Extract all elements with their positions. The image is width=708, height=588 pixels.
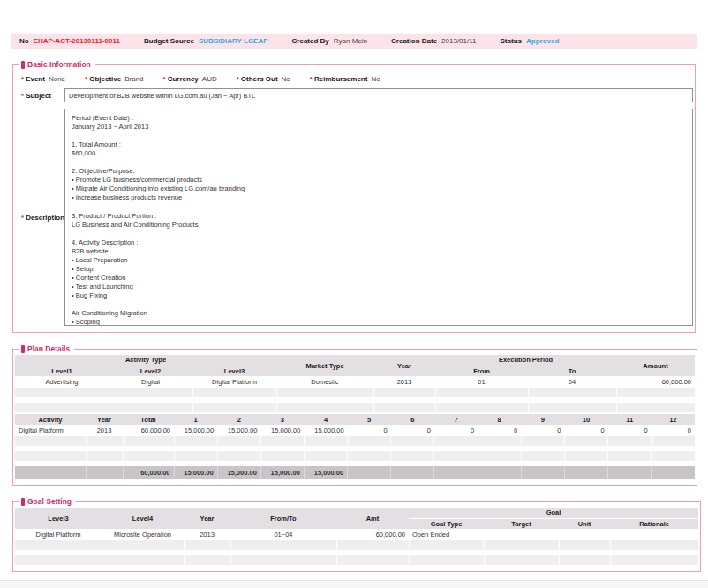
header-amt: Amt [336, 508, 409, 529]
budget-source-label: Budget Source [144, 37, 194, 45]
description-textarea[interactable]: Period (Event Date) : January 2013 ~ Apr… [64, 109, 693, 326]
status-group: Status Approved [501, 37, 560, 45]
total-amount: 60,000.00 [123, 466, 174, 479]
cell-goal-type: Open Ended [409, 529, 484, 540]
section-title: Goal Setting [27, 497, 72, 506]
required-marker: * [21, 92, 24, 100]
header-month-8: 8 [478, 414, 521, 425]
created-by-label: Created By [292, 37, 329, 45]
section-title: Basic Information [27, 60, 91, 69]
cell-activity: Digital Platform [15, 425, 86, 436]
header-month-3: 3 [260, 414, 304, 425]
cell-month-1: 15,000.00 [174, 425, 217, 436]
plan-type-table: Activity Type Market Type Year Execution… [15, 355, 695, 412]
total-month-10 [564, 466, 607, 479]
record-no-group: No EHAP-ACT-20130111-0011 [19, 37, 120, 45]
header-amount: Amount [616, 355, 695, 376]
subject-row: * Subject Development of B2B website wit… [13, 88, 693, 102]
empty-row [15, 540, 698, 550]
header-level3: Level3 [15, 508, 102, 529]
cell-to: 04 [528, 376, 616, 388]
header-from: From [435, 366, 528, 376]
empty-row [15, 436, 695, 446]
goal-row[interactable]: Digital Platform Microsite Operation 201… [15, 529, 698, 540]
plan-monthly-table: Activity Year Total 1 2 3 4 5 6 7 8 9 10… [15, 414, 695, 479]
header-activity-type: Activity Type [15, 355, 276, 366]
cell-year: 2013 [184, 529, 230, 540]
cell-unit [559, 529, 610, 540]
reimbursement-label: Reimbursement [314, 75, 367, 83]
reimbursement-value: No [371, 75, 380, 83]
budget-source-group: Budget Source SUBSIDIARY LGEAP [144, 37, 268, 45]
cell-month-8: 0 [478, 425, 521, 436]
others-out-label: Others Out [241, 75, 278, 83]
cell-month-10: 0 [564, 425, 607, 436]
total-month-4: 15,000.00 [304, 466, 347, 479]
bottom-divider [0, 580, 708, 588]
status-label: Status [501, 37, 522, 45]
header-month-10: 10 [564, 414, 607, 425]
empty-row [15, 388, 695, 397]
goal-setting-section: Goal Setting Level3 Level4 Year From/To … [12, 497, 701, 572]
header-to: To [528, 366, 616, 376]
currency-label: Currency [168, 75, 199, 83]
cell-from-to: 01~04 [230, 529, 336, 540]
cell-month-11: 0 [608, 425, 652, 436]
required-marker: * [237, 75, 239, 83]
header-target: Target [484, 518, 559, 529]
field-objective: * Objective Brand [85, 75, 144, 83]
header-month-9: 9 [521, 414, 564, 425]
totals-row: 60,000.00 15,000.00 15,000.00 15,000.00 … [15, 466, 695, 479]
created-by-group: Created By Ryan Mein [292, 37, 368, 45]
total-month-11 [608, 466, 652, 479]
header-level4: Level4 [102, 508, 184, 529]
goal-table: Level3 Level4 Year From/To Amt Goal Goal… [15, 508, 698, 565]
total-month-8 [478, 466, 521, 479]
header-goal-type: Goal Type [409, 518, 484, 529]
creation-date-value: 2013/01/11 [441, 37, 476, 45]
description-row: * Description Period (Event Date) : Janu… [13, 109, 693, 326]
budget-source-value: SUBSIDIARY LGEAP [199, 37, 268, 45]
created-by-value: Ryan Mein [334, 37, 367, 45]
event-label: Event [26, 75, 45, 83]
cell-amt: 60,000.00 [336, 529, 409, 540]
event-value: None [49, 75, 65, 83]
monthly-row[interactable]: Digital Platform 2013 60,000.00 15,000.0… [15, 425, 695, 436]
header-year: Year [86, 414, 123, 425]
cell-rationale [610, 529, 698, 540]
cell-level2: Digital [109, 376, 192, 388]
header-market-type: Market Type [276, 355, 373, 376]
basic-information-section: Basic Information * Event None * Objecti… [12, 60, 696, 333]
header-year: Year [373, 355, 435, 376]
cell-level3: Digital Platform [192, 376, 276, 388]
section-marker-icon [21, 345, 25, 353]
record-no-value: EHAP-ACT-20130111-0011 [34, 37, 120, 45]
header-month-7: 7 [434, 414, 478, 425]
cell-month-12: 0 [652, 425, 695, 436]
cell-month-5: 0 [348, 425, 391, 436]
field-event: * Event None [21, 75, 65, 83]
total-month-3: 15,000.00 [260, 466, 304, 479]
section-marker-icon [21, 498, 25, 506]
required-marker: * [163, 75, 166, 83]
record-summary-bar: No EHAP-ACT-20130111-0011 Budget Source … [11, 34, 697, 49]
header-from-to: From/To [230, 508, 336, 529]
description-label-wrap: * Description [13, 109, 64, 326]
field-others-out: * Others Out No [237, 75, 290, 83]
plan-type-row[interactable]: Advertising Digital Digital Platform Dom… [15, 376, 695, 388]
cell-market-type: Domestic [276, 376, 373, 388]
header-month-11: 11 [608, 414, 652, 425]
basic-fields-row: * Event None * Objective Brand * Currenc… [13, 69, 695, 88]
total-month-2: 15,000.00 [217, 466, 260, 479]
objective-label: Objective [89, 75, 121, 83]
currency-value: AUD [202, 75, 217, 83]
cell-month-2: 15,000.00 [217, 425, 260, 436]
subject-input[interactable]: Development of B2B website within LG.com… [64, 88, 693, 102]
total-month-9 [521, 466, 564, 479]
cell-year: 2013 [86, 425, 123, 436]
header-total: Total [123, 414, 174, 425]
header-month-4: 4 [304, 414, 347, 425]
subject-label: Subject [26, 92, 51, 100]
header-year: Year [184, 508, 230, 529]
cell-level3: Digital Platform [15, 529, 102, 540]
